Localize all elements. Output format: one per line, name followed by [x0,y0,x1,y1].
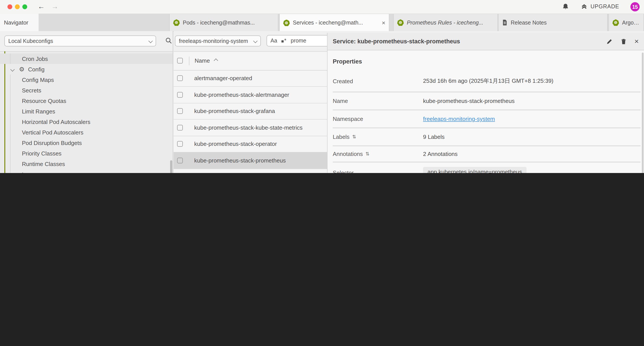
tab-services-icecheng-math[interactable]: ☸Services - icecheng@math...× [279,14,389,31]
detail-label: Namespace [333,116,423,122]
service-name-cell: kube-prometheus-stack-alertmanager [194,91,289,98]
drawer-title: Service: kube-prometheus-stack-prometheu… [333,38,460,45]
back-icon[interactable]: ← [38,2,45,11]
service-name-cell: kube-prometheus-stack-kube-state-metrics [194,124,302,131]
detail-value: kube-prometheus-stack-prometheus [423,98,515,104]
search-value: prome [291,38,306,44]
drawer-scrollbar[interactable] [642,52,644,173]
tab-pods-icecheng-mathmas[interactable]: ☸Pods - icecheng@mathmas... [169,14,278,31]
navigator-tree: Cron Jobs⚙ConfigConfig MapsSecretsResour… [0,51,173,173]
sidebar-item-horizontal-pod-autoscalers[interactable]: Horizontal Pod Autoscalers [0,116,173,127]
upgrade-button[interactable]: UPGRADE [580,3,619,10]
sidebar-item-label: Pod Disruption Budgets [22,139,82,146]
sidebar-item-runtime-classes[interactable]: Runtime Classes [0,159,173,169]
sidebar-item-limit-ranges[interactable]: Limit Ranges [0,106,173,116]
drawer-body: PropertiesCreated253d 16h 6m ago (2025年1… [328,50,644,173]
notification-count-badge[interactable]: 15 [630,2,640,11]
sidebar-item-cron-jobs[interactable]: Cron Jobs [0,53,173,64]
kubernetes-icon: ☸ [397,19,404,26]
gear-icon: ⚙ [18,65,26,73]
sidebar-item-config-maps[interactable]: Config Maps [0,74,173,85]
window-titlebar: ← → UPGRADE 15 [0,0,644,14]
document-icon [502,19,508,26]
navigator-toolbar: Local Kubeconfigs [0,31,173,52]
detail-value: 9 Labels [423,134,444,140]
regex-toggle[interactable]: * [282,38,286,44]
kubernetes-icon: ☸ [283,19,290,26]
detail-row-name: Namekube-prometheus-stack-prometheus [333,92,640,110]
match-case-toggle[interactable]: Aa [270,38,277,44]
navigator-title: Navigator [4,19,28,26]
kubeconfig-select-value: Local Kubeconfigs [8,38,53,44]
service-name-cell: alertmanager-operated [194,75,252,82]
section-heading-properties: Properties [333,50,644,70]
sidebar-item-secrets[interactable]: Secrets [0,85,173,95]
sidebar-item-vertical-pod-autoscalers[interactable]: Vertical Pod Autoscalers [0,127,173,137]
service-name-cell: kube-prometheus-stack-grafana [194,108,275,114]
kubernetes-icon: ☸ [612,19,619,26]
kubeconfig-select[interactable]: Local Kubeconfigs [4,35,156,46]
select-all-checkbox[interactable] [177,58,183,63]
close-window-button[interactable] [8,4,12,9]
tab-label: Argo Se [622,19,640,26]
chip-list: app.kubernetes.io/name=prometheusoperato… [423,162,604,173]
tab-bar: Navigator ☸Pods - icecheng@mathmas...☸Se… [0,13,644,31]
maximize-window-button[interactable] [22,4,27,9]
navigator-sidebar: Local Kubeconfigs Cron Jobs⚙ConfigConfig… [0,31,173,173]
sidebar-item-label: Resource Quotas [22,97,66,104]
service-name-cell: kube-prometheus-stack-prometheus [194,157,286,164]
row-checkbox[interactable] [177,125,183,130]
tab-argo-se[interactable]: ☸Argo Se [608,14,644,31]
sidebar-item-label: Vertical Pod Autoscalers [22,129,83,136]
sidebar-item-config[interactable]: ⚙Config [0,64,173,74]
detail-value: 2 Annotations [423,151,458,157]
sidebar-item-resource-quotas[interactable]: Resource Quotas [0,95,173,106]
tab-label: Pods - icecheng@mathmas... [183,19,274,26]
row-checkbox[interactable] [177,108,183,114]
double-chevron-up-icon [580,3,588,10]
service-detail-drawer: Service: kube-prometheus-stack-prometheu… [327,33,644,173]
namespace-link[interactable]: freeleaps-monitoring-system [423,116,495,122]
notifications-bell-icon[interactable] [562,3,569,10]
sidebar-item-pod-disruption-budgets[interactable]: Pod Disruption Budgets [0,137,173,148]
tab-label: Prometheus Rules - icecheng... [407,19,494,26]
navigator-panel-tab[interactable]: Navigator [0,13,38,31]
row-checkbox[interactable] [177,158,183,163]
detail-row-labels: Labels⇅9 Labels [333,128,640,146]
navigator-search-icon[interactable] [165,37,172,44]
service-name-cell: kube-prometheus-stack-operator [194,141,277,147]
kubernetes-icon: ☸ [173,19,180,26]
forward-icon[interactable]: → [51,2,58,11]
sort-ascending-icon[interactable] [214,58,218,63]
tab-release-notes[interactable]: Release Notes [498,14,608,31]
edit-resource-button[interactable] [606,38,613,45]
sort-toggle-icon[interactable]: ⇅ [352,134,356,140]
value-chip: app.kubernetes.io/name=prometheus [423,167,526,173]
close-tab-icon[interactable]: × [382,20,385,26]
chevron-down-icon[interactable] [10,67,15,71]
tab-prometheus-rules-icecheng[interactable]: ☸Prometheus Rules - icecheng... [393,14,498,31]
sidebar-item-label: Priority Classes [22,150,62,157]
sidebar-item-priority-classes[interactable]: Priority Classes [0,148,173,159]
drawer-header: Service: kube-prometheus-stack-prometheu… [328,33,644,50]
sidebar-item-leases[interactable]: Leases [0,169,173,173]
detail-row-annotations: Annotations⇅2 Annotations [333,146,640,162]
row-checkbox[interactable] [177,92,183,98]
sidebar-item-label: Leases [22,171,40,173]
name-column-header[interactable]: Name [195,57,210,64]
delete-resource-button[interactable] [620,38,627,45]
row-checkbox[interactable] [177,141,183,147]
close-drawer-icon[interactable]: × [634,38,639,45]
detail-label: Selector [333,162,423,173]
minimize-window-button[interactable] [15,4,20,9]
sidebar-item-label: Runtime Classes [22,161,65,167]
detail-row-created: Created253d 16h 6m ago (2025年1月13日 GMT+8… [333,70,640,92]
sidebar-scrollbar[interactable] [170,160,172,173]
detail-row-selector: Selectorapp.kubernetes.io/name=prometheu… [333,162,640,173]
chevron-down-icon [253,39,258,43]
sidebar-item-label: Secrets [22,87,41,93]
sidebar-item-label: Config Maps [22,76,54,83]
sort-toggle-icon[interactable]: ⇅ [366,151,369,157]
row-checkbox[interactable] [177,75,183,81]
namespace-select[interactable]: freeleaps-monitoring-system [175,35,261,46]
